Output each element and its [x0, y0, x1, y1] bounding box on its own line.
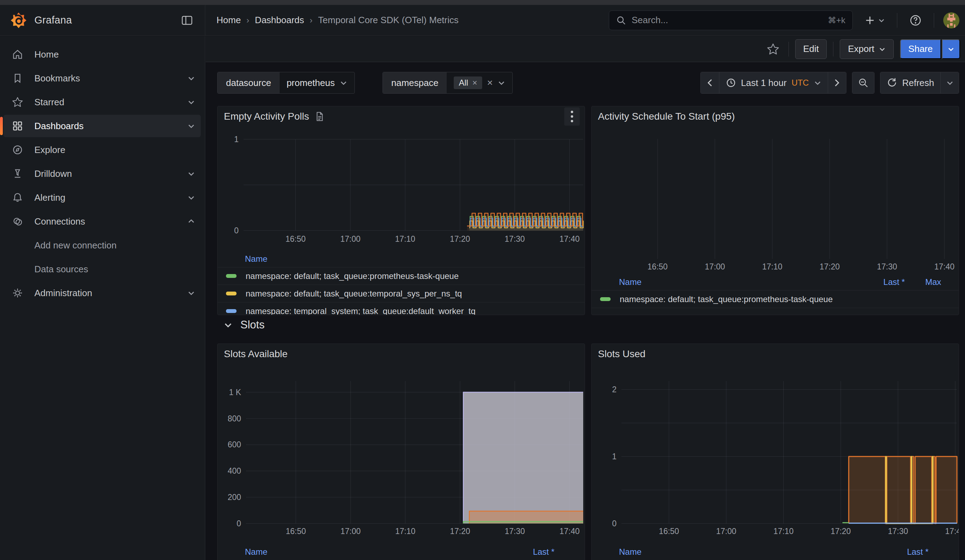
- chevron-down-icon: [224, 320, 233, 330]
- section-slots-toggle[interactable]: Slots: [224, 318, 265, 331]
- breadcrumb-item[interactable]: Dashboards: [255, 15, 304, 26]
- share-button[interactable]: Share: [900, 39, 941, 59]
- time-series-chart[interactable]: 16:5017:0017:1017:2017:3017:40: [592, 127, 959, 274]
- search-input[interactable]: [631, 15, 822, 26]
- search-box[interactable]: ⌘+k: [609, 11, 853, 30]
- sidebar-collapse-icon[interactable]: [178, 12, 196, 29]
- timezone-label: UTC: [792, 78, 809, 88]
- explore-icon: [10, 144, 25, 155]
- edit-button[interactable]: Edit: [795, 39, 827, 59]
- datasource-filter: datasource prometheus: [217, 72, 355, 94]
- sidebar-item-starred[interactable]: Starred: [3, 91, 201, 113]
- panel-menu-kebab[interactable]: [564, 107, 580, 126]
- legend-row[interactable]: namespace: default; task_queue:prometheu…: [218, 267, 585, 284]
- toolbar-divider-2: [833, 42, 833, 57]
- datasource-filter-value[interactable]: prometheus: [280, 72, 355, 93]
- svg-text:2: 2: [612, 385, 617, 394]
- refresh-button[interactable]: Refresh: [880, 72, 940, 93]
- chevron-down-icon[interactable]: [187, 74, 195, 82]
- series-label: namespace: default; task_queue:prometheu…: [245, 271, 459, 281]
- chevron-down-icon[interactable]: [187, 170, 195, 178]
- legend-row[interactable]: namespace: default; task_queue:prometheu…: [592, 290, 959, 308]
- chip-remove-icon[interactable]: ×: [472, 78, 477, 88]
- time-series-chart[interactable]: 16:5017:0017:1017:2017:3017:4010: [218, 127, 585, 251]
- chevron-down-icon[interactable]: [187, 194, 195, 201]
- chevron-up-icon[interactable]: [187, 217, 195, 225]
- sidebar-item-connections[interactable]: Connections: [3, 210, 201, 233]
- legend-header-name[interactable]: Name: [619, 547, 641, 557]
- refresh-interval-dropdown[interactable]: [940, 72, 959, 93]
- sidebar-item-dashboards[interactable]: Dashboards: [3, 115, 201, 137]
- chevron-down-icon[interactable]: [187, 98, 195, 106]
- svg-text:17:40: 17:40: [945, 527, 959, 536]
- legend-header-max[interactable]: Max: [925, 277, 941, 287]
- legend-header-last[interactable]: Last *: [907, 547, 929, 557]
- zoom-out-button[interactable]: [852, 72, 874, 93]
- sidebar-item-alerting[interactable]: Alerting: [3, 186, 201, 209]
- panel-title: Slots Used: [598, 348, 645, 360]
- share-dropdown-button[interactable]: [942, 39, 960, 59]
- sidebar-item-label: Home: [34, 49, 59, 60]
- sidebar-item-explore[interactable]: Explore: [3, 139, 201, 161]
- grafana-logo[interactable]: [10, 12, 27, 28]
- series-color-swatch: [226, 292, 237, 296]
- svg-text:17:10: 17:10: [395, 527, 415, 536]
- panel-title: Empty Activity Polls: [224, 111, 309, 122]
- add-new-button[interactable]: [862, 12, 888, 28]
- chart-canvas: 16:5017:0017:1017:2017:3017:40: [592, 127, 959, 274]
- time-series-chart[interactable]: 16:5017:0017:1017:2017:3017:401 K8006004…: [218, 364, 585, 544]
- legend-header-name[interactable]: Name: [619, 277, 641, 287]
- legend-row[interactable]: namespace: temporal_system; task_queue:d…: [218, 302, 585, 315]
- panel-description-icon[interactable]: [314, 111, 325, 122]
- panel-legend: NameLast *Maxnamespace: default; task_qu…: [592, 274, 959, 308]
- sidebar-item-label: Bookmarks: [34, 73, 80, 84]
- panel-legend: NameLast *namespace: default; task_queue…: [592, 544, 959, 560]
- breadcrumb-separator: ›: [246, 15, 249, 25]
- clear-all-icon[interactable]: ×: [487, 77, 493, 88]
- app-header: Grafana Home›Dashboards›Temporal Core SD…: [0, 5, 965, 36]
- breadcrumb-item[interactable]: Home: [216, 15, 241, 26]
- svg-text:17:10: 17:10: [395, 234, 415, 243]
- panel-empty-activity-polls: Empty Activity Polls 16:5017:0017:1017:2…: [217, 106, 585, 315]
- window-top-strip: [0, 0, 965, 5]
- breadcrumb-item: Temporal Core SDK (OTel) Metrics: [318, 15, 459, 26]
- time-range-picker[interactable]: Last 1 hour UTC: [719, 72, 828, 93]
- svg-text:16:50: 16:50: [286, 234, 306, 243]
- legend-row[interactable]: namespace: default; task_queue:temporal_…: [218, 284, 585, 302]
- legend-header-name[interactable]: Name: [245, 254, 267, 264]
- panel-slots-available: Slots Available 16:5017:0017:1017:2017:3…: [217, 343, 585, 560]
- sidebar-item-label: Starred: [34, 97, 64, 108]
- user-avatar[interactable]: [943, 12, 959, 28]
- panel-header[interactable]: Activity Schedule To Start (p95): [592, 106, 959, 127]
- time-series-chart[interactable]: 16:5017:0017:1017:2017:3017:40210: [592, 364, 959, 544]
- time-back-button[interactable]: [701, 72, 719, 93]
- help-icon[interactable]: [906, 11, 925, 29]
- favorite-star-icon[interactable]: [764, 40, 782, 58]
- chevron-down-icon[interactable]: [187, 122, 195, 130]
- sidebar-item-bookmarks[interactable]: Bookmarks: [3, 67, 201, 90]
- legend-header-name[interactable]: Name: [245, 547, 267, 557]
- svg-text:17:10: 17:10: [774, 527, 794, 536]
- panel-slots-used: Slots Used 16:5017:0017:1017:2017:3017:4…: [591, 343, 959, 560]
- panel-header[interactable]: Slots Available: [218, 344, 585, 364]
- sidebar-item-administration[interactable]: Administration: [3, 282, 201, 304]
- sidebar-item-data-sources[interactable]: Data sources: [3, 258, 201, 280]
- namespace-filter-value[interactable]: All × ×: [447, 72, 512, 93]
- time-forward-button[interactable]: [828, 72, 846, 93]
- sidebar-item-add-new-connection[interactable]: Add new connection: [3, 234, 201, 256]
- svg-text:0: 0: [234, 226, 239, 235]
- chart-canvas: 16:5017:0017:1017:2017:3017:4010: [218, 127, 585, 251]
- chevron-down-icon[interactable]: [187, 289, 195, 297]
- legend-header-last[interactable]: Last *: [883, 277, 904, 287]
- namespace-filter: namespace All × ×: [383, 72, 513, 94]
- export-button[interactable]: Export: [840, 39, 893, 59]
- home-icon: [10, 49, 25, 60]
- sidebar-item-home[interactable]: Home: [3, 43, 201, 65]
- svg-text:17:00: 17:00: [340, 234, 361, 243]
- legend-header-last[interactable]: Last *: [533, 547, 554, 557]
- panel-header[interactable]: Slots Used: [592, 344, 959, 364]
- header-main-area: Home›Dashboards›Temporal Core SDK (OTel)…: [205, 5, 965, 36]
- namespace-chip[interactable]: All ×: [454, 77, 482, 89]
- panel-header[interactable]: Empty Activity Polls: [218, 106, 585, 127]
- sidebar-item-drilldown[interactable]: Drilldown: [3, 162, 201, 185]
